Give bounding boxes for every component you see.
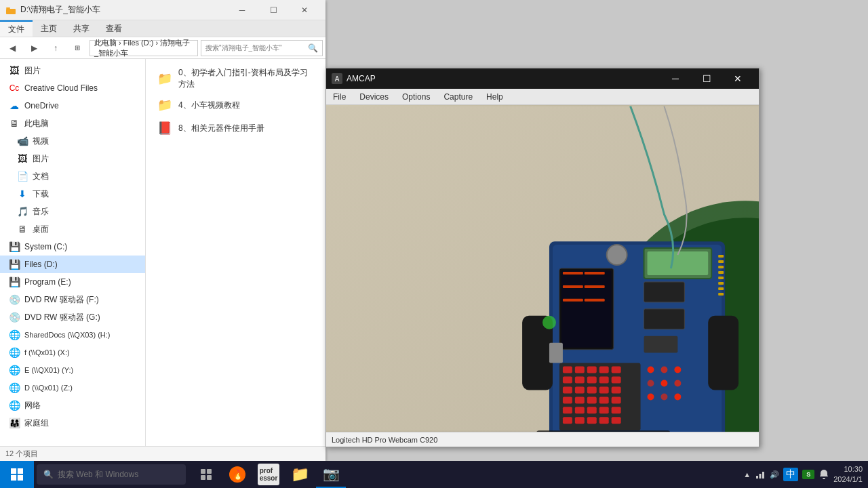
sidebar-item-label: 音乐: [33, 206, 49, 218]
titlebar-buttons: ─ ☐ ✕: [226, 0, 320, 20]
network-z-icon: 🌐: [8, 382, 20, 394]
search-icon: 🔍: [308, 43, 318, 53]
minimize-button[interactable]: ─: [226, 0, 258, 20]
svg-rect-43: [575, 417, 585, 424]
sidebar-item-drive-e[interactable]: 💾 Program (E:): [0, 273, 145, 291]
svg-rect-69: [718, 277, 724, 279]
amcap-maximize-button[interactable]: ☐: [691, 68, 722, 89]
sidebar-item-creative-cloud[interactable]: Cc Creative Cloud Files: [0, 79, 145, 97]
sidebar-item-desktop[interactable]: 🖥 桌面: [0, 220, 145, 238]
taskbar-clock[interactable]: 10:30 2024/1/1: [833, 464, 863, 485]
taskbar-app-folder[interactable]: 📁: [285, 461, 315, 488]
sidebar: 🖼 图片 Cc Creative Cloud Files ☁ OneDrive …: [0, 59, 146, 446]
this-pc-icon: 🖥: [8, 117, 20, 129]
amcap-menu-file[interactable]: File: [326, 89, 353, 105]
tab-home[interactable]: 主页: [33, 20, 65, 37]
taskbar-search[interactable]: 🔍: [37, 464, 186, 485]
ribbon-tabs: 文件 主页 共享 查看: [0, 20, 326, 37]
amcap-icon: A: [332, 73, 342, 84]
svg-rect-32: [563, 396, 572, 403]
svg-rect-12: [563, 299, 583, 302]
amcap-menu-help[interactable]: Help: [479, 89, 510, 105]
back-button[interactable]: ◀: [3, 39, 22, 58]
maximize-button[interactable]: ☐: [258, 0, 289, 20]
svg-rect-75: [11, 468, 16, 474]
sidebar-item-downloads[interactable]: ⬇ 下载: [0, 185, 145, 203]
sidebar-item-pictures[interactable]: 🖼 图片: [0, 150, 145, 167]
sidebar-item-network-h[interactable]: 🌐 SharedDocs (\\QX03) (H:): [0, 326, 145, 344]
amcap-status-text: Logitech HD Pro Webcam C920: [332, 436, 437, 444]
pictures-folder-icon: 🖼: [16, 152, 28, 165]
sidebar-item-network-z[interactable]: 🌐 D (\\Qx01) (Z:): [0, 379, 145, 396]
tray-notification[interactable]: [818, 469, 829, 480]
sidebar-item-drive-c[interactable]: 💾 System (C:): [0, 238, 145, 256]
file-item-0[interactable]: 📁 0、初学者入门指引-资料布局及学习方法: [151, 64, 320, 93]
amcap-menu-devices[interactable]: Devices: [353, 89, 395, 105]
svg-rect-21: [612, 367, 621, 373]
sidebar-item-label: 桌面: [33, 224, 49, 235]
tab-file[interactable]: 文件: [0, 20, 33, 37]
status-bar: 12 个项目: [0, 446, 326, 461]
file-item-1[interactable]: 📁 4、小车视频教程: [151, 94, 320, 116]
file-name-0: 0、初学者入门指引-资料布局及学习方法: [178, 67, 315, 90]
svg-rect-11: [563, 285, 583, 288]
sidebar-item-documents[interactable]: 📄 文档: [0, 167, 145, 185]
svg-rect-48: [644, 309, 685, 329]
taskbar-task-view[interactable]: [191, 461, 221, 488]
file-item-2[interactable]: 📕 8、相关元器件使用手册: [151, 117, 320, 139]
tray-input[interactable]: S: [802, 470, 814, 479]
tray-up-arrow[interactable]: ▲: [743, 470, 751, 479]
address-box[interactable]: 此电脑 › Files (D:) › 清翔电子_智能小车: [90, 40, 198, 56]
sidebar-item-onedrive[interactable]: ☁ OneDrive: [0, 97, 145, 115]
sidebar-item-this-pc[interactable]: 🖥 此电脑: [0, 115, 145, 132]
amcap-close-button[interactable]: ✕: [722, 68, 753, 89]
amcap-menu-capture[interactable]: Capture: [437, 89, 479, 105]
sidebar-item-label: SharedDocs (\\QX03) (H:): [24, 331, 111, 339]
forward-button[interactable]: ▶: [24, 39, 43, 58]
drive-g-icon: 💿: [8, 311, 20, 323]
svg-rect-67: [718, 266, 724, 268]
sidebar-item-network[interactable]: 🌐 网络: [0, 396, 145, 414]
svg-rect-18: [575, 367, 585, 373]
svg-rect-44: [587, 417, 597, 424]
sidebar-item-drive-g[interactable]: 💿 DVD RW 驱动器 (G:): [0, 308, 145, 326]
sidebar-item-music[interactable]: 🎵 音乐: [0, 203, 145, 220]
homegroup-icon: 👨‍👩‍👧: [8, 417, 20, 429]
sidebar-item-videos[interactable]: 📹 视频: [0, 132, 145, 150]
downloads-icon: ⬇: [16, 188, 28, 200]
tray-volume[interactable]: 🔊: [770, 470, 779, 479]
svg-rect-26: [612, 377, 621, 384]
tray-ime[interactable]: 中: [783, 468, 798, 481]
taskbar-app-professor[interactable]: professor: [254, 461, 283, 488]
svg-rect-25: [599, 377, 609, 384]
sidebar-item-label: Files (D:): [24, 260, 58, 269]
amcap-menu-options[interactable]: Options: [395, 89, 437, 105]
amcap-minimize-button[interactable]: ─: [660, 68, 691, 89]
svg-rect-41: [612, 407, 621, 413]
svg-point-61: [648, 393, 654, 400]
tray-network[interactable]: [755, 469, 766, 480]
sidebar-item-homegroup[interactable]: 👨‍👩‍👧 家庭组: [0, 414, 145, 432]
amcap-window: A AMCAP ─ ☐ ✕ File Devices Options Captu…: [326, 68, 760, 447]
search-input[interactable]: [205, 44, 305, 52]
up-button[interactable]: ↑: [46, 39, 65, 58]
taskbar-app-camera[interactable]: 📷: [316, 461, 346, 488]
taskbar-search-input[interactable]: [58, 470, 179, 479]
sidebar-item-network-x[interactable]: 🌐 f (\\Qx01) (X:): [0, 344, 145, 361]
svg-rect-22: [563, 377, 572, 384]
svg-rect-83: [756, 476, 758, 479]
tab-share[interactable]: 共享: [65, 20, 98, 37]
sidebar-item-drive-d[interactable]: 💾 Files (D:): [0, 256, 145, 273]
sidebar-item-drive-f[interactable]: 💿 DVD RW 驱动器 (F:): [0, 291, 145, 308]
sidebar-item-label: DVD RW 驱动器 (G:): [24, 312, 100, 323]
tab-view[interactable]: 查看: [98, 20, 130, 37]
svg-rect-84: [760, 474, 762, 479]
sidebar-item-pictures-quick[interactable]: 🖼 图片: [0, 62, 145, 79]
sidebar-item-label: 网络: [24, 400, 41, 411]
amcap-title-text: AMCAP: [347, 74, 660, 83]
refresh-button[interactable]: ⊞: [68, 39, 87, 58]
start-button[interactable]: [0, 461, 34, 488]
taskbar-app-fire[interactable]: 🔥: [222, 461, 252, 488]
sidebar-item-network-y[interactable]: 🌐 E (\\QX01) (Y:): [0, 361, 145, 379]
close-button[interactable]: ✕: [289, 0, 320, 20]
